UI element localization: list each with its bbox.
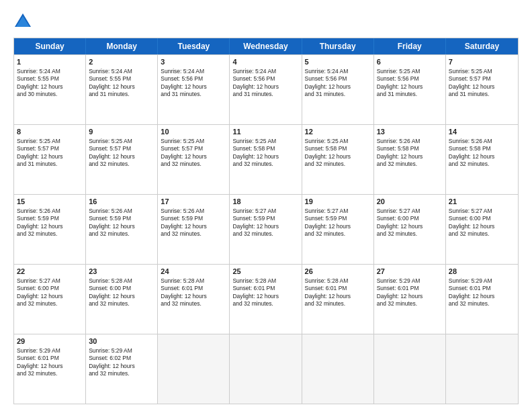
cal-cell-15: 15Sunrise: 5:26 AMSunset: 5:59 PMDayligh… xyxy=(14,195,86,264)
header-day-tuesday: Tuesday xyxy=(158,38,230,54)
header-day-thursday: Thursday xyxy=(302,38,374,54)
header xyxy=(13,12,519,31)
header-day-sunday: Sunday xyxy=(14,38,86,54)
cal-cell-30: 30Sunrise: 5:29 AMSunset: 6:02 PMDayligh… xyxy=(86,334,158,404)
calendar: SundayMondayTuesdayWednesdayThursdayFrid… xyxy=(13,38,519,404)
header-day-friday: Friday xyxy=(374,38,446,54)
cal-cell-26: 26Sunrise: 5:28 AMSunset: 6:01 PMDayligh… xyxy=(302,265,374,334)
cal-cell-20: 20Sunrise: 5:27 AMSunset: 6:00 PMDayligh… xyxy=(374,195,446,264)
cal-cell-empty xyxy=(302,334,374,404)
calendar-header: SundayMondayTuesdayWednesdayThursdayFrid… xyxy=(14,38,518,54)
cal-cell-3: 3Sunrise: 5:24 AMSunset: 5:56 PMDaylight… xyxy=(158,55,230,124)
cal-cell-27: 27Sunrise: 5:29 AMSunset: 6:01 PMDayligh… xyxy=(374,265,446,334)
cal-cell-13: 13Sunrise: 5:26 AMSunset: 5:58 PMDayligh… xyxy=(374,125,446,194)
cal-cell-2: 2Sunrise: 5:24 AMSunset: 5:55 PMDaylight… xyxy=(86,55,158,124)
calendar-row-3: 15Sunrise: 5:26 AMSunset: 5:59 PMDayligh… xyxy=(14,194,518,264)
calendar-row-5: 29Sunrise: 5:29 AMSunset: 6:01 PMDayligh… xyxy=(14,334,518,404)
header-day-saturday: Saturday xyxy=(446,38,518,54)
cal-cell-empty xyxy=(446,334,518,404)
cal-cell-6: 6Sunrise: 5:25 AMSunset: 5:56 PMDaylight… xyxy=(374,55,446,124)
calendar-row-4: 22Sunrise: 5:27 AMSunset: 6:00 PMDayligh… xyxy=(14,264,518,334)
cal-cell-18: 18Sunrise: 5:27 AMSunset: 5:59 PMDayligh… xyxy=(230,195,302,264)
calendar-row-2: 8Sunrise: 5:25 AMSunset: 5:57 PMDaylight… xyxy=(14,124,518,194)
cal-cell-29: 29Sunrise: 5:29 AMSunset: 6:01 PMDayligh… xyxy=(14,334,86,404)
cal-cell-empty xyxy=(374,334,446,404)
cal-cell-10: 10Sunrise: 5:25 AMSunset: 5:57 PMDayligh… xyxy=(158,125,230,194)
cal-cell-4: 4Sunrise: 5:24 AMSunset: 5:56 PMDaylight… xyxy=(230,55,302,124)
cal-cell-28: 28Sunrise: 5:29 AMSunset: 6:01 PMDayligh… xyxy=(446,265,518,334)
cal-cell-14: 14Sunrise: 5:26 AMSunset: 5:58 PMDayligh… xyxy=(446,125,518,194)
cal-cell-17: 17Sunrise: 5:26 AMSunset: 5:59 PMDayligh… xyxy=(158,195,230,264)
header-day-monday: Monday xyxy=(86,38,158,54)
calendar-body: 1Sunrise: 5:24 AMSunset: 5:55 PMDaylight… xyxy=(14,54,518,404)
cal-cell-empty xyxy=(230,334,302,404)
cal-cell-5: 5Sunrise: 5:24 AMSunset: 5:56 PMDaylight… xyxy=(302,55,374,124)
page: SundayMondayTuesdayWednesdayThursdayFrid… xyxy=(0,0,532,411)
cal-cell-24: 24Sunrise: 5:28 AMSunset: 6:01 PMDayligh… xyxy=(158,265,230,334)
cal-cell-1: 1Sunrise: 5:24 AMSunset: 5:55 PMDaylight… xyxy=(14,55,86,124)
header-day-wednesday: Wednesday xyxy=(230,38,302,54)
cal-cell-8: 8Sunrise: 5:25 AMSunset: 5:57 PMDaylight… xyxy=(14,125,86,194)
cal-cell-12: 12Sunrise: 5:25 AMSunset: 5:58 PMDayligh… xyxy=(302,125,374,194)
logo xyxy=(13,12,35,31)
calendar-row-1: 1Sunrise: 5:24 AMSunset: 5:55 PMDaylight… xyxy=(14,54,518,124)
cal-cell-16: 16Sunrise: 5:26 AMSunset: 5:59 PMDayligh… xyxy=(86,195,158,264)
cal-cell-11: 11Sunrise: 5:25 AMSunset: 5:58 PMDayligh… xyxy=(230,125,302,194)
cal-cell-22: 22Sunrise: 5:27 AMSunset: 6:00 PMDayligh… xyxy=(14,265,86,334)
logo-icon xyxy=(13,12,32,31)
cal-cell-21: 21Sunrise: 5:27 AMSunset: 6:00 PMDayligh… xyxy=(446,195,518,264)
cal-cell-7: 7Sunrise: 5:25 AMSunset: 5:57 PMDaylight… xyxy=(446,55,518,124)
cal-cell-19: 19Sunrise: 5:27 AMSunset: 5:59 PMDayligh… xyxy=(302,195,374,264)
cal-cell-25: 25Sunrise: 5:28 AMSunset: 6:01 PMDayligh… xyxy=(230,265,302,334)
cal-cell-9: 9Sunrise: 5:25 AMSunset: 5:57 PMDaylight… xyxy=(86,125,158,194)
cal-cell-23: 23Sunrise: 5:28 AMSunset: 6:00 PMDayligh… xyxy=(86,265,158,334)
cal-cell-empty xyxy=(158,334,230,404)
